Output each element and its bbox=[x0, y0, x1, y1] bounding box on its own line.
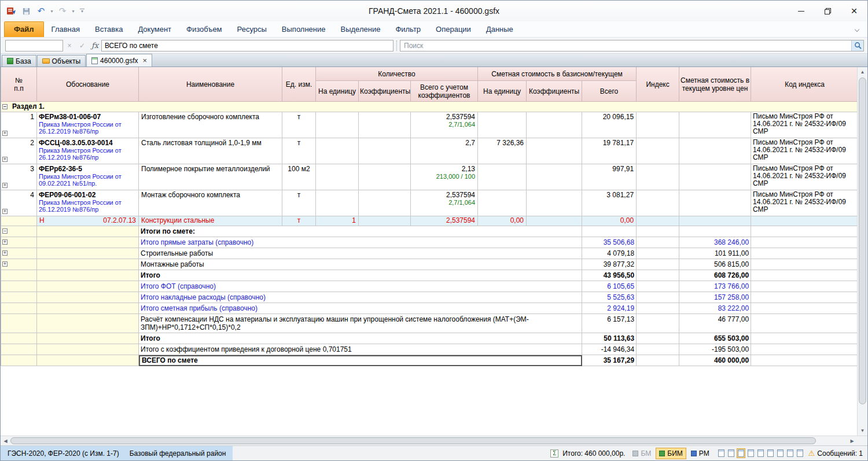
justification-cell[interactable] bbox=[37, 292, 139, 303]
item-name-cell[interactable]: Изготовление сборочного комплекта bbox=[139, 112, 282, 138]
doc-tab-objects[interactable]: Объекты bbox=[37, 55, 86, 67]
expand-icon[interactable]: + bbox=[2, 183, 8, 188]
menu-tab-4[interactable]: Документ bbox=[130, 22, 179, 37]
item-unit-cell[interactable]: т bbox=[282, 138, 316, 164]
expand-icon[interactable]: + bbox=[2, 157, 8, 162]
qty-coefficients-cell[interactable] bbox=[359, 112, 411, 138]
doc-tab-base[interactable]: База bbox=[2, 55, 36, 67]
index-code-cell[interactable] bbox=[751, 355, 859, 366]
item-name-cell[interactable]: Сталь листовая толщиной 1,0-1,9 мм bbox=[139, 138, 282, 164]
app-logo-icon[interactable] bbox=[4, 4, 18, 18]
total-base-value-cell[interactable]: 43 956,50 bbox=[582, 270, 637, 281]
view-mode-icon[interactable] bbox=[776, 448, 785, 458]
expand-icon[interactable]: + bbox=[2, 209, 8, 214]
redo-dropdown-icon[interactable]: ▾ bbox=[71, 9, 76, 14]
menu-tab-10[interactable]: Операции bbox=[428, 22, 479, 37]
cost-per-unit-cell[interactable]: 0,00 bbox=[478, 216, 527, 226]
horizontal-scrollbar[interactable]: ◀ ▶ bbox=[1, 436, 867, 445]
cost-coefficients-cell[interactable] bbox=[527, 112, 582, 138]
order-link[interactable]: 09.02.2021 №51/пр. bbox=[37, 180, 138, 187]
total-current-value-cell[interactable]: 368 246,00 bbox=[679, 237, 751, 248]
scroll-down-icon[interactable]: ▼ bbox=[858, 426, 867, 436]
col-header-num[interactable]: №п.п bbox=[1, 67, 37, 102]
search-icon[interactable] bbox=[851, 40, 863, 51]
total-base-value-cell[interactable]: 35 167,29 bbox=[582, 355, 637, 366]
index-code-cell[interactable] bbox=[751, 237, 859, 248]
item-name-cell[interactable]: Монтаж сборочного комплекта bbox=[139, 190, 282, 216]
total-label-cell[interactable]: Строительные работы bbox=[139, 248, 582, 259]
cost-per-unit-cell[interactable] bbox=[478, 164, 527, 190]
index-cell[interactable] bbox=[637, 281, 679, 292]
justification-cell[interactable] bbox=[37, 270, 139, 281]
index-cell[interactable] bbox=[637, 226, 679, 237]
view-mode-icon[interactable] bbox=[766, 448, 775, 458]
index-cell[interactable] bbox=[637, 270, 679, 281]
total-label-cell[interactable]: Итого с коэффициентом приведения к догов… bbox=[139, 344, 582, 355]
total-current-value-cell[interactable]: 460 000,00 bbox=[679, 355, 751, 366]
cost-coefficients-cell[interactable] bbox=[527, 138, 582, 164]
view-mode-icon[interactable] bbox=[727, 448, 735, 458]
qty-per-unit-cell[interactable] bbox=[316, 190, 359, 216]
index-code-cell[interactable]: Письмо МинСтроя РФ от 14.06.2021 г. № 24… bbox=[751, 112, 859, 138]
row-number-cell[interactable]: 2 bbox=[10, 138, 37, 164]
row-number-cell[interactable] bbox=[10, 216, 37, 226]
justification-cell[interactable] bbox=[37, 226, 139, 237]
justification-cell[interactable] bbox=[37, 237, 139, 248]
qty-per-unit-cell[interactable] bbox=[316, 112, 359, 138]
save-icon[interactable] bbox=[19, 4, 33, 18]
index-cell[interactable] bbox=[637, 314, 679, 333]
order-link[interactable]: Приказ Минстроя России от bbox=[37, 121, 138, 128]
index-code-cell[interactable]: Письмо МинСтроя РФ от 14.06.2021 г. № 24… bbox=[751, 164, 859, 190]
cost-per-unit-cell[interactable]: 7 326,36 bbox=[478, 138, 527, 164]
item-unit-cell[interactable]: т bbox=[282, 112, 316, 138]
col-header-cost-group[interactable]: Сметная стоимость в базисном/текущем bbox=[478, 67, 637, 81]
qty-total-cell[interactable]: 2,5375942,7/1,064 bbox=[411, 190, 478, 216]
total-label-cell[interactable]: Итого ФОТ (справочно) bbox=[139, 281, 582, 292]
resource-name-cell[interactable]: Конструкции стальные bbox=[139, 216, 282, 226]
justification-cell[interactable] bbox=[37, 281, 139, 292]
expand-icon[interactable]: + bbox=[2, 261, 8, 267]
item-unit-cell[interactable]: 100 м2 bbox=[282, 164, 316, 190]
index-code-cell[interactable] bbox=[751, 226, 859, 237]
justification-cell[interactable] bbox=[37, 303, 139, 314]
collapse-icon[interactable]: − bbox=[2, 228, 8, 234]
total-label-cell[interactable]: Итого прямые затраты (справочно) bbox=[139, 237, 582, 248]
menu-tab-2[interactable]: Главная bbox=[44, 22, 87, 37]
total-label-cell[interactable]: ВСЕГО по смете bbox=[139, 355, 582, 366]
total-base-value-cell[interactable]: 35 506,68 bbox=[582, 237, 637, 248]
row-number-cell[interactable] bbox=[10, 281, 37, 292]
cancel-icon[interactable]: × bbox=[63, 40, 76, 51]
total-current-value-cell[interactable]: 83 222,00 bbox=[679, 303, 751, 314]
row-number-cell[interactable] bbox=[10, 344, 37, 355]
current-cost-cell[interactable] bbox=[679, 226, 751, 237]
cost-coefficients-cell[interactable] bbox=[527, 164, 582, 190]
index-code-cell[interactable]: Письмо МинСтроя РФ от 14.06.2021 г. № 24… bbox=[751, 138, 859, 164]
total-base-value-cell[interactable]: 39 877,32 bbox=[582, 259, 637, 270]
index-cell[interactable] bbox=[637, 237, 679, 248]
formula-input[interactable] bbox=[102, 42, 393, 50]
row-number-cell[interactable] bbox=[10, 248, 37, 259]
qty-per-unit-cell[interactable]: 1 bbox=[316, 216, 359, 226]
view-mode-icon[interactable] bbox=[746, 448, 755, 458]
search-input[interactable] bbox=[400, 42, 851, 50]
index-cell[interactable] bbox=[637, 344, 679, 355]
order-link[interactable]: Приказ Минстроя России от bbox=[37, 173, 138, 180]
expand-icon[interactable]: + bbox=[2, 239, 8, 245]
total-base-value-cell[interactable]: 6 105,65 bbox=[582, 281, 637, 292]
total-current-value-cell[interactable]: 608 726,00 bbox=[679, 270, 751, 281]
order-link[interactable]: Приказ Минстроя России от bbox=[37, 147, 138, 154]
cost-total-cell[interactable]: 0,00 bbox=[582, 216, 637, 226]
expand-icon[interactable]: + bbox=[2, 250, 8, 256]
justification-cell[interactable] bbox=[37, 314, 139, 333]
restore-button[interactable] bbox=[814, 1, 841, 21]
view-mode-icon[interactable] bbox=[786, 448, 795, 458]
col-header-qty-coefficients[interactable]: Коэффициенты bbox=[359, 81, 411, 102]
justification-cell[interactable] bbox=[37, 259, 139, 270]
horizontal-scroll-thumb[interactable] bbox=[10, 437, 816, 444]
col-header-cost-per-unit[interactable]: На единицу bbox=[478, 81, 527, 102]
col-header-unit[interactable]: Ед. изм. bbox=[282, 67, 316, 102]
cost-total-cell[interactable] bbox=[582, 226, 637, 237]
index-cell[interactable] bbox=[637, 292, 679, 303]
justification-cell[interactable]: ФЕРм38-01-006-07Приказ Минстроя России о… bbox=[37, 112, 139, 138]
index-cell[interactable] bbox=[637, 248, 679, 259]
